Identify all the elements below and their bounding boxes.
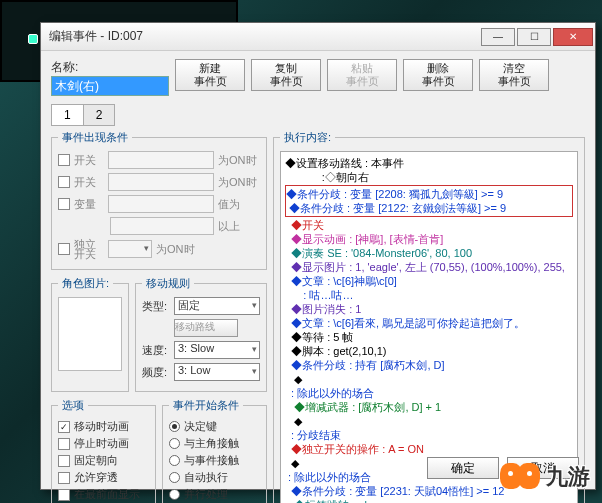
trigger-auto[interactable]: 自动执行 — [169, 470, 260, 485]
edit-event-dialog: 编辑事件 - ID:007 — ☐ ✕ 名称: 新建 事件页 复制 事件页 粘贴… — [40, 22, 596, 490]
options-fieldset: 选项 移动时动画 停止时动画 固定朝向 允许穿透 在最前面显示 — [51, 398, 156, 503]
opt-ontop[interactable]: 在最前面显示 — [58, 487, 149, 502]
movetype-select[interactable]: 固定▾ — [174, 297, 260, 315]
radio-icon — [169, 489, 180, 500]
cond-switch1-cb[interactable] — [58, 154, 70, 166]
chevron-down-icon: ▾ — [252, 300, 257, 310]
cond-selfsw-dd[interactable]: ▾ — [108, 240, 152, 258]
cond-var-label: 变量 — [74, 197, 104, 212]
checkbox-icon — [58, 438, 70, 450]
cond-switch2-field[interactable] — [108, 173, 214, 191]
trigger-event-touch[interactable]: 与事件接触 — [169, 453, 260, 468]
cond-switch2-label: 开关 — [74, 175, 104, 190]
conditions-legend: 事件出现条件 — [58, 130, 132, 145]
radio-icon — [169, 421, 180, 432]
brand-icon — [500, 457, 540, 497]
checkbox-icon — [58, 489, 70, 501]
speed-label: 速度: — [142, 343, 170, 358]
watermark: 九游 — [500, 457, 590, 497]
cond-var-suffix: 值为 — [218, 197, 260, 212]
titlebar[interactable]: 编辑事件 - ID:007 — ☐ ✕ — [41, 23, 595, 51]
chevron-down-icon: ▾ — [144, 243, 149, 253]
chevron-down-icon: ▾ — [252, 366, 257, 376]
cond-var-field[interactable] — [108, 195, 214, 213]
cond-switch1-label: 开关 — [74, 153, 104, 168]
cond-var-cb[interactable] — [58, 198, 70, 210]
tab-2[interactable]: 2 — [83, 104, 116, 126]
copy-page-button[interactable]: 复制 事件页 — [251, 59, 321, 91]
radio-icon — [169, 438, 180, 449]
moverule-fieldset: 移动规则 类型: 固定▾ 移动路线 速度: 3: Slow▾ 频度: 3: L — [135, 276, 267, 392]
checkbox-icon — [58, 455, 70, 467]
radio-icon — [169, 455, 180, 466]
exec-legend: 执行内容: — [280, 130, 335, 145]
opt-stop-anim[interactable]: 停止时动画 — [58, 436, 149, 451]
brand-text: 九游 — [546, 462, 590, 492]
cond-switch2-suffix: 为ON时 — [218, 175, 260, 190]
conditions-fieldset: 事件出现条件 开关 为ON时 开关 为ON时 变量 值为 — [51, 130, 267, 270]
close-button[interactable]: ✕ — [553, 28, 593, 46]
delete-page-button[interactable]: 删除 事件页 — [403, 59, 473, 91]
cond-selfsw-label: 独立 开关 — [74, 239, 104, 259]
options-legend: 选项 — [58, 398, 88, 413]
cond-switch2-cb[interactable] — [58, 176, 70, 188]
exec-fieldset: 执行内容: ◆设置移动路线 : 本事件 :◇朝向右◆条件分歧 : 变量 [220… — [273, 130, 585, 503]
cond-selfsw-cb[interactable] — [58, 243, 70, 255]
ok-button[interactable]: 确定 — [427, 457, 499, 479]
freq-select[interactable]: 3: Low▾ — [174, 363, 260, 381]
trigger-action[interactable]: 决定键 — [169, 419, 260, 434]
name-input[interactable] — [51, 76, 169, 96]
speed-select[interactable]: 3: Slow▾ — [174, 341, 260, 359]
freq-label: 频度: — [142, 365, 170, 380]
startcond-fieldset: 事件开始条件 决定键 与主角接触 与事件接触 自动执行 并行处理 — [162, 398, 267, 503]
command-list[interactable]: ◆设置移动路线 : 本事件 :◇朝向右◆条件分歧 : 变量 [2208: 獨孤九… — [280, 151, 578, 503]
name-label: 名称: — [51, 59, 169, 76]
chevron-down-icon: ▾ — [252, 344, 257, 354]
character-graphic[interactable] — [58, 297, 122, 371]
movetype-label: 类型: — [142, 299, 170, 314]
opt-walk-anim[interactable]: 移动时动画 — [58, 419, 149, 434]
checkbox-icon — [58, 421, 70, 433]
cond-var-gte: 以上 — [218, 219, 260, 234]
opt-fix-dir[interactable]: 固定朝向 — [58, 453, 149, 468]
checkbox-icon — [58, 472, 70, 484]
cond-switch1-suffix: 为ON时 — [218, 153, 260, 168]
cond-var-value[interactable] — [110, 217, 214, 235]
trigger-parallel[interactable]: 并行处理 — [169, 487, 260, 502]
moveroute-button[interactable]: 移动路线 — [174, 319, 238, 337]
charpic-legend: 角色图片: — [58, 276, 113, 291]
opt-through[interactable]: 允许穿透 — [58, 470, 149, 485]
tab-1[interactable]: 1 — [51, 104, 84, 126]
paste-page-button[interactable]: 粘贴 事件页 — [327, 59, 397, 91]
maximize-button[interactable]: ☐ — [517, 28, 551, 46]
cond-selfsw-suffix: 为ON时 — [156, 242, 198, 257]
moverule-legend: 移动规则 — [142, 276, 194, 291]
dialog-title: 编辑事件 - ID:007 — [49, 28, 143, 45]
startcond-legend: 事件开始条件 — [169, 398, 243, 413]
toolbar: 名称: 新建 事件页 复制 事件页 粘贴 事件页 删除 事件页 清空 事件页 — [41, 51, 595, 100]
radio-icon — [169, 472, 180, 483]
new-page-button[interactable]: 新建 事件页 — [175, 59, 245, 91]
charpic-fieldset: 角色图片: — [51, 276, 129, 392]
trigger-player-touch[interactable]: 与主角接触 — [169, 436, 260, 451]
minimize-button[interactable]: — — [481, 28, 515, 46]
clear-page-button[interactable]: 清空 事件页 — [479, 59, 549, 91]
event-marker — [28, 34, 38, 44]
cond-switch1-field[interactable] — [108, 151, 214, 169]
page-tabs: 1 2 — [51, 104, 585, 126]
